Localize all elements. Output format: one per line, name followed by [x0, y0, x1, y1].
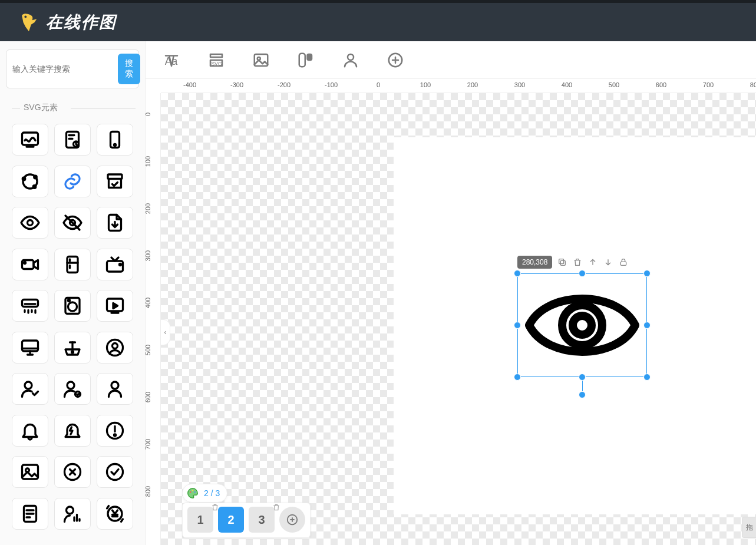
- selection-back[interactable]: [603, 257, 613, 267]
- icon-item-washer[interactable]: [54, 290, 91, 322]
- page-tab-2[interactable]: 2: [218, 507, 244, 533]
- svg-rect-48: [561, 260, 566, 265]
- svg-point-8: [34, 176, 37, 179]
- resize-handle-l[interactable]: [514, 322, 521, 329]
- icon-item-camera-video[interactable]: [12, 249, 48, 280]
- icon-item-alert-circle[interactable]: [97, 415, 133, 447]
- svg-point-51: [562, 305, 602, 345]
- resize-handle-tl[interactable]: [514, 270, 521, 277]
- svg-rect-10: [108, 174, 122, 179]
- resize-handle-br[interactable]: [643, 374, 651, 381]
- ruler-h-tick: 0: [377, 81, 380, 88]
- svg-point-21: [68, 300, 70, 302]
- icon-item-user-check[interactable]: [12, 373, 48, 405]
- icon-item-video-play[interactable]: [97, 290, 133, 322]
- ruler-v-tick: 800: [146, 483, 151, 500]
- toolbar-svg[interactable]: SVG: [207, 51, 226, 70]
- ruler-v-tick: 200: [146, 200, 151, 217]
- icon-item-eye[interactable]: [12, 207, 48, 239]
- icon-item-user-verified[interactable]: [54, 373, 91, 405]
- icon-item-file-download[interactable]: [97, 207, 133, 239]
- app-header: 在线作图: [0, 0, 756, 41]
- video-play-icon: [104, 295, 126, 316]
- svg-icon: SVG: [207, 51, 225, 69]
- svg-point-46: [348, 54, 354, 60]
- bell-flash-icon: [62, 420, 83, 441]
- search-button[interactable]: 搜索: [118, 54, 140, 84]
- svg-rect-44: [299, 53, 305, 67]
- selection-delete[interactable]: [572, 257, 583, 267]
- icon-item-user-stats[interactable]: [54, 498, 91, 530]
- user-check-icon: [19, 378, 41, 399]
- right-drag-handle[interactable]: 拖: [742, 517, 756, 538]
- icon-item-shape-circle[interactable]: [12, 166, 48, 197]
- check-circle-icon: [104, 461, 126, 483]
- icon-item-yen-refresh[interactable]: [97, 498, 133, 530]
- page-add-button[interactable]: [279, 507, 305, 533]
- svg-point-14: [24, 262, 26, 263]
- icon-item-sink[interactable]: [54, 332, 91, 364]
- icon-item-fridge[interactable]: [54, 249, 91, 280]
- icon-item-phone[interactable]: [97, 124, 133, 156]
- ruler-v-tick: 100: [146, 153, 151, 170]
- resize-handle-b[interactable]: [579, 374, 586, 381]
- icon-item-archive-check[interactable]: [97, 166, 133, 197]
- ruler-vertical: 0100200300400500600700800: [146, 93, 161, 545]
- icon-item-bell[interactable]: [12, 415, 48, 447]
- icon-item-tv[interactable]: [97, 249, 133, 280]
- toolbar-image[interactable]: [252, 51, 270, 70]
- resize-handle-t[interactable]: [579, 270, 586, 277]
- palette-indicator[interactable]: 2 / 3: [182, 484, 227, 503]
- toolbar-add[interactable]: [386, 51, 405, 70]
- ruler-h-tick: 600: [656, 81, 666, 88]
- icon-item-link[interactable]: [54, 166, 91, 197]
- page-tab-1[interactable]: 1: [187, 507, 213, 533]
- coord-badge: 280,308: [517, 256, 552, 269]
- resize-handle-tr[interactable]: [643, 270, 651, 277]
- canvas-area[interactable]: -400-300-200-100010020030040050060070080…: [146, 79, 756, 545]
- svg-point-26: [113, 343, 118, 348]
- copy-icon: [557, 257, 567, 267]
- toolbar-shapes[interactable]: [296, 51, 315, 70]
- icon-item-image[interactable]: [12, 456, 48, 488]
- icon-item-receipt[interactable]: [12, 498, 48, 530]
- icon-item-document-clock[interactable]: [54, 124, 91, 156]
- canvas-background[interactable]: ‹ 280,308: [161, 93, 756, 545]
- page-tab-3[interactable]: 3: [249, 507, 275, 533]
- selected-element[interactable]: 280,308: [517, 273, 647, 377]
- icon-grid: [0, 119, 145, 545]
- tv-icon: [104, 254, 126, 275]
- icon-item-chart-wave[interactable]: [12, 124, 48, 156]
- palette-count: 2 / 3: [204, 488, 220, 498]
- toolbar-text[interactable]: Aa: [162, 51, 181, 70]
- icon-item-user-circle[interactable]: [97, 332, 133, 364]
- toolbar: Aa SVG: [146, 41, 756, 79]
- canvas-eye-shape[interactable]: [522, 278, 642, 372]
- svg-point-17: [120, 263, 121, 265]
- icon-item-x-circle[interactable]: [54, 456, 91, 488]
- shapes-icon: [297, 51, 315, 69]
- rotate-handle[interactable]: [579, 391, 586, 398]
- ruler-v-tick: 700: [146, 435, 151, 453]
- search-box: 搜索: [6, 49, 139, 88]
- chart-wave-icon: [19, 129, 41, 150]
- selection-lock[interactable]: [618, 257, 629, 267]
- icon-item-monitor[interactable]: [12, 332, 48, 364]
- search-input[interactable]: [10, 61, 118, 77]
- selection-front[interactable]: [587, 257, 598, 267]
- icon-item-check-circle[interactable]: [97, 456, 133, 488]
- toolbar-user[interactable]: [341, 51, 360, 70]
- resize-handle-bl[interactable]: [514, 374, 521, 381]
- resize-handle-r[interactable]: [643, 322, 651, 329]
- icon-item-bell-flash[interactable]: [54, 415, 91, 447]
- icon-item-user[interactable]: [97, 373, 133, 405]
- svg-point-9: [33, 185, 36, 188]
- ruler-h-tick: 200: [467, 81, 478, 88]
- pages-bar: 123: [182, 503, 311, 538]
- selection-copy[interactable]: [557, 257, 567, 267]
- page-delete[interactable]: [272, 501, 280, 509]
- icon-item-air-conditioner[interactable]: [12, 290, 48, 322]
- ruler-v-tick: 400: [146, 294, 151, 312]
- collapse-sidebar-handle[interactable]: ‹: [161, 319, 170, 345]
- icon-item-eye-off[interactable]: [54, 207, 91, 239]
